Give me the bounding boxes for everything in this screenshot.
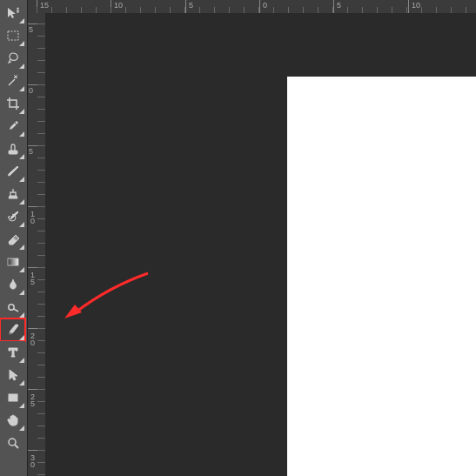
svg-rect-0: [8, 31, 18, 40]
ruler-label: 10: [30, 211, 37, 225]
path-selection-tool[interactable]: [0, 364, 25, 386]
gradient-tool[interactable]: [0, 251, 25, 273]
svg-point-3: [8, 305, 13, 310]
ruler-label: 10: [412, 1, 420, 10]
eraser-tool[interactable]: [0, 228, 25, 251]
history-brush-tool[interactable]: [0, 205, 25, 228]
type-tool[interactable]: [0, 341, 25, 364]
svg-rect-2: [8, 258, 18, 265]
magic-wand-tool[interactable]: [0, 70, 25, 92]
smudge-tool[interactable]: [0, 273, 25, 296]
hand-tool[interactable]: [0, 409, 25, 432]
clone-stamp-tool[interactable]: [0, 183, 25, 205]
eyedropper-tool[interactable]: [0, 115, 25, 137]
toolbox: [0, 0, 27, 476]
rectangle-tool[interactable]: [0, 386, 25, 409]
ruler-label: 0: [29, 87, 36, 94]
ruler-label: 0: [263, 1, 267, 10]
vertical-ruler: 5 0 5 10 15 20 25 30: [27, 13, 45, 476]
svg-point-5: [9, 439, 16, 446]
svg-rect-4: [9, 394, 17, 401]
ruler-label: 5: [29, 148, 36, 155]
ruler-label: 25: [30, 393, 37, 407]
ruler-label: 15: [40, 1, 49, 10]
lasso-tool[interactable]: [0, 47, 25, 70]
rectangular-marquee-tool[interactable]: [0, 24, 25, 47]
dodge-tool[interactable]: [0, 296, 25, 318]
horizontal-ruler: 15 10 5 0 5 10: [27, 0, 476, 13]
move-tool[interactable]: [0, 2, 25, 24]
ruler-label: 5: [337, 1, 341, 10]
ruler-label: 5: [29, 26, 36, 33]
pen-tool[interactable]: [0, 318, 25, 341]
ruler-label: 20: [30, 332, 37, 346]
ruler-label: 30: [30, 454, 37, 468]
document[interactable]: [287, 77, 476, 476]
ruler-label: 10: [114, 1, 123, 10]
ruler-label: 15: [30, 272, 37, 285]
ruler-label: 5: [189, 1, 193, 10]
crop-tool[interactable]: [0, 92, 25, 115]
spot-healing-brush-tool[interactable]: [0, 137, 25, 160]
brush-tool[interactable]: [0, 160, 25, 183]
zoom-tool[interactable]: [0, 432, 25, 454]
svg-rect-1: [9, 151, 17, 154]
canvas-area[interactable]: [45, 13, 476, 476]
